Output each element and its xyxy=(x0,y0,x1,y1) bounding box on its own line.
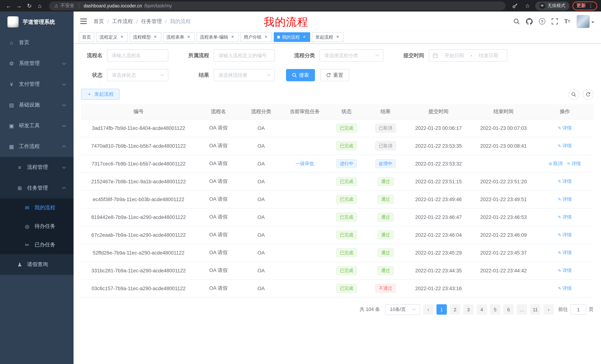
detail-action[interactable]: ✎详情 xyxy=(558,249,572,256)
tab-close-icon[interactable]: × xyxy=(302,35,307,40)
cell-end-time xyxy=(471,279,536,297)
sidebar-item-my-process[interactable]: ✉我的流程 xyxy=(0,199,74,217)
detail-action[interactable]: ✎详情 xyxy=(558,267,572,274)
detail-action[interactable]: ✎详情 xyxy=(558,285,572,291)
category-select[interactable]: 请选择流程分类 xyxy=(320,49,383,62)
sidebar-item-home[interactable]: ⌂首页 xyxy=(0,32,74,53)
tab-process-definition[interactable]: 流程定义× xyxy=(96,32,128,42)
detail-action[interactable]: ✎详情 xyxy=(558,196,572,202)
create-process-button[interactable]: ＋ 发起流程 xyxy=(81,89,120,100)
breadcrumb-item[interactable]: 工作流程 xyxy=(112,18,133,25)
submit-time-range-picker[interactable]: 开始日期 - 结束日期 xyxy=(429,49,507,62)
app-logo[interactable]: 芋道管理系统 xyxy=(0,11,74,32)
page-button-4[interactable]: 4 xyxy=(477,304,487,315)
tab-close-icon[interactable]: × xyxy=(153,35,158,40)
chevron-up-icon xyxy=(62,145,66,149)
prev-page-button[interactable]: ‹ xyxy=(423,304,433,315)
sidebar-item-payment-mgmt[interactable]: ¥支付管理 xyxy=(0,74,74,95)
table-row: 331bc281-7b9a-11ec-a290-acde48001122OA 请… xyxy=(81,262,594,279)
tab-close-icon[interactable]: × xyxy=(230,35,235,40)
sidebar-item-dev-tools[interactable]: ▣研发工具 xyxy=(0,115,74,136)
bookmark-star-icon[interactable]: ☆ xyxy=(523,1,532,10)
cell-category: OA xyxy=(241,226,281,244)
update-button[interactable]: 更新 ⋮ xyxy=(572,1,597,10)
sidebar-item-workflow[interactable]: ▦工作流程 xyxy=(0,136,74,157)
url-path: /bpm/task/my xyxy=(144,3,172,8)
tab-process-form-edit[interactable]: 流程表单-编辑× xyxy=(197,32,239,42)
font-size-icon[interactable]: TT xyxy=(564,18,570,24)
parent-process-input[interactable]: 请输入流程定义的编号 xyxy=(214,49,275,62)
sidebar-item-done-tasks[interactable]: ✂已办任务 xyxy=(0,236,74,254)
detail-action[interactable]: ✎详情 xyxy=(558,178,572,185)
status-select[interactable]: 请选择状态 xyxy=(107,69,168,81)
tab-user-group[interactable]: 用户分组× xyxy=(240,32,272,42)
page-button-11[interactable]: 11 xyxy=(530,304,541,315)
cell-actions: ✎详情 xyxy=(536,172,594,190)
cell-current-task: 一级审批 xyxy=(281,155,328,172)
page-button-2[interactable]: 2 xyxy=(450,304,460,315)
toggle-search-button[interactable] xyxy=(568,89,579,100)
forward-icon[interactable]: → xyxy=(14,1,24,10)
result-select[interactable]: 请选择流结果 xyxy=(214,69,275,81)
cell-result: 通过 xyxy=(365,190,406,208)
cancel-icon: ⊘ xyxy=(549,161,552,166)
detail-action[interactable]: ✎详情 xyxy=(558,125,572,131)
reset-button[interactable]: 重置 xyxy=(320,69,349,81)
tab-process-model[interactable]: 流程模型× xyxy=(130,32,161,42)
detail-action[interactable]: ✎详情 xyxy=(567,161,581,167)
sidebar-item-todo-tasks[interactable]: ◎待办任务 xyxy=(0,217,74,236)
sidebar-item-infrastructure[interactable]: ▤基础设施 xyxy=(0,95,74,115)
more-pages-button[interactable]: … xyxy=(517,304,527,315)
page-button-1[interactable]: 1 xyxy=(436,304,447,315)
page-button-5[interactable]: 5 xyxy=(490,304,500,315)
result-badge: 已取消 xyxy=(375,141,396,150)
home-nav-icon[interactable]: ⌂ xyxy=(35,1,45,10)
detail-action[interactable]: ✎详情 xyxy=(558,214,572,220)
submit-time-label: 提交时间 xyxy=(394,52,429,59)
page-button-3[interactable]: 3 xyxy=(463,304,474,315)
search-button[interactable]: 搜索 xyxy=(286,69,315,81)
page-button-6[interactable]: 6 xyxy=(503,304,514,315)
cell-current-task xyxy=(281,279,328,297)
user-menu[interactable] xyxy=(576,15,594,28)
tab-my-process[interactable]: 我的流程× xyxy=(274,32,310,42)
sidebar-item-system-mgmt[interactable]: ⚙系统管理 xyxy=(0,53,74,74)
current-task-link[interactable]: 一级审批 xyxy=(295,161,314,166)
sidebar-item-leave-query[interactable]: ♟请假查询 xyxy=(0,254,74,275)
fullscreen-icon[interactable] xyxy=(551,18,558,25)
key-icon[interactable] xyxy=(510,1,520,10)
tab-close-icon[interactable]: × xyxy=(119,35,124,40)
avatar[interactable] xyxy=(576,15,590,28)
next-page-button[interactable]: › xyxy=(543,304,554,315)
cell-category: OA xyxy=(241,244,281,262)
back-icon[interactable]: ← xyxy=(4,1,13,10)
tab-process-form[interactable]: 流程表单× xyxy=(163,32,195,42)
tab-close-icon[interactable]: × xyxy=(186,35,191,40)
detail-action[interactable]: ✎详情 xyxy=(558,232,572,238)
address-bar[interactable]: ⚠ 不安全 dashboard.yudao.iocoder.cn/bpm/tas… xyxy=(49,1,506,10)
hamburger-icon[interactable] xyxy=(80,19,87,24)
breadcrumb-item[interactable]: 首页 xyxy=(94,18,104,25)
help-icon[interactable]: ? xyxy=(539,18,545,25)
process-name-input[interactable]: 请输入流程名 xyxy=(107,49,168,62)
refresh-table-button[interactable] xyxy=(583,89,594,100)
search-icon[interactable] xyxy=(513,18,520,25)
menu-kebab-icon[interactable]: ⋮ xyxy=(588,3,593,9)
detail-action-label: 详情 xyxy=(562,125,572,131)
reload-icon[interactable]: ↻ xyxy=(25,1,34,10)
chevron-down-icon xyxy=(62,61,66,65)
github-icon[interactable] xyxy=(526,18,533,25)
tab-start-process[interactable]: 发起流程× xyxy=(312,32,344,42)
cell-submit-time: 2022-01-22 23:43:16 xyxy=(406,279,471,297)
detail-action[interactable]: ✎详情 xyxy=(558,143,572,149)
screen: ← → ↻ ⌂ ⚠ 不安全 dashboard.yudao.iocoder.cn… xyxy=(0,0,601,364)
goto-page-input[interactable] xyxy=(571,304,586,315)
page-size-select[interactable]: 10条/页 xyxy=(385,304,420,315)
sidebar-item-process-mgmt[interactable]: ≡流程管理 xyxy=(0,157,74,178)
tab-close-icon[interactable]: × xyxy=(263,35,269,40)
sidebar-item-task-mgmt[interactable]: ⊞任务管理 xyxy=(0,178,74,199)
breadcrumb-item[interactable]: 任务管理 xyxy=(141,18,162,25)
cancel-action[interactable]: ⊘取消 xyxy=(549,161,562,167)
tab-home[interactable]: 首页 xyxy=(79,32,94,42)
tab-close-icon[interactable]: × xyxy=(335,35,340,40)
